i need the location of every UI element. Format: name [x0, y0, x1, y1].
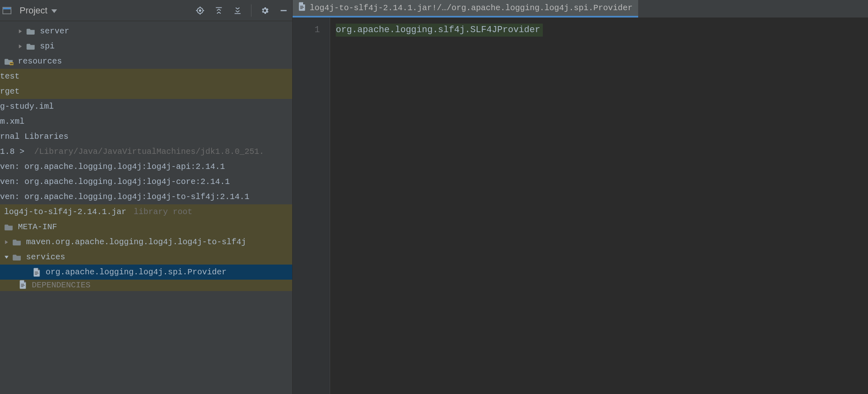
tree-label: ven: org.apache.logging.log4j:log4j-api:… — [0, 162, 225, 171]
resources-folder-icon — [4, 57, 14, 66]
chevron-down-icon — [51, 9, 57, 13]
tree-item[interactable]: server — [0, 24, 292, 39]
svg-rect-20 — [300, 9, 303, 9]
file-icon — [298, 2, 306, 13]
tree-label: test — [0, 72, 20, 81]
tree-path-suffix: /Library/Java/JavaVirtualMachines/jdk1.8… — [24, 147, 264, 156]
tree-item[interactable]: META-INF — [0, 219, 292, 234]
tree-label: maven.org.apache.logging.log4j.log4j-to-… — [26, 237, 246, 247]
chevron-down-icon[interactable] — [4, 255, 9, 260]
tree-label: g-study.iml — [0, 102, 54, 111]
tree-label: ven: org.apache.logging.log4j:log4j-to-s… — [0, 192, 249, 201]
tree-item[interactable]: ven: org.apache.logging.log4j:log4j-api:… — [0, 159, 292, 174]
project-toolbar — [195, 4, 289, 17]
tree-label: m.xml — [0, 117, 24, 126]
tree-annotation: library root — [134, 207, 192, 217]
editor-body: 1 org.apache.logging.slf4j.SLF4JProvider — [293, 18, 868, 394]
svg-rect-11 — [10, 63, 13, 64]
collapse-all-icon[interactable] — [232, 5, 243, 16]
svg-rect-16 — [21, 285, 25, 286]
tree-item[interactable]: ven: org.apache.logging.log4j:log4j-to-s… — [0, 189, 292, 204]
svg-rect-15 — [21, 284, 24, 285]
chevron-right-icon[interactable] — [18, 44, 23, 49]
tree-item[interactable]: m.xml — [0, 114, 292, 129]
project-title: Project — [20, 5, 47, 16]
code-line-1: org.apache.logging.slf4j.SLF4JProvider — [336, 24, 543, 37]
tree-item[interactable]: rnal Libraries — [0, 129, 292, 144]
svg-rect-12 — [35, 271, 38, 272]
tree-item[interactable]: services — [0, 250, 292, 265]
editor-code[interactable]: org.apache.logging.slf4j.SLF4JProvider — [330, 18, 868, 394]
gear-icon[interactable] — [260, 5, 270, 16]
tree-item[interactable]: rget — [0, 84, 292, 99]
tree-label: META-INF — [18, 222, 57, 232]
editor-area: log4j-to-slf4j-2.14.1.jar!/…/org.apache.… — [293, 0, 868, 394]
tab-label: log4j-to-slf4j-2.14.1.jar!/…/org.apache.… — [310, 3, 632, 13]
tree-item[interactable]: test — [0, 69, 292, 84]
toolbar-divider — [251, 4, 251, 17]
tree-item[interactable]: log4j-to-slf4j-2.14.1.jarlibrary root — [0, 204, 292, 219]
project-header: Project — [0, 0, 292, 21]
svg-rect-10 — [10, 63, 13, 63]
editor-gutter: 1 — [293, 18, 330, 394]
svg-rect-18 — [300, 6, 304, 7]
minimize-icon[interactable] — [278, 5, 289, 16]
locate-icon[interactable] — [195, 5, 205, 16]
tree-item-selected[interactable]: org.apache.logging.log4j.spi.Provider — [0, 265, 292, 280]
tree-item[interactable]: spi — [0, 39, 292, 54]
svg-point-1 — [199, 10, 201, 11]
folder-grey-icon — [4, 223, 14, 231]
chevron-right-icon[interactable] — [18, 29, 23, 34]
tree-label: org.apache.logging.log4j.spi.Provider — [46, 267, 227, 277]
tree-label: rget — [0, 87, 20, 96]
line-number: 1 — [293, 24, 330, 37]
tree-item[interactable]: resources — [0, 54, 292, 69]
svg-rect-19 — [300, 7, 304, 8]
folder-grey-icon — [12, 238, 22, 246]
tree-label: DEPENDENCIES — [32, 280, 90, 290]
project-view-selector[interactable]: Project — [2, 5, 57, 16]
svg-rect-17 — [21, 287, 24, 287]
project-tree[interactable]: serverspiresourcestestrgetg-study.imlm.x… — [0, 21, 292, 394]
svg-rect-9 — [10, 62, 13, 65]
tree-label: log4j-to-slf4j-2.14.1.jar — [4, 207, 126, 217]
svg-rect-14 — [35, 274, 37, 275]
tree-label: resources — [18, 57, 62, 66]
tree-label: spi — [40, 42, 55, 51]
chevron-right-icon[interactable] — [4, 240, 9, 245]
svg-rect-13 — [35, 273, 39, 274]
expand-all-icon[interactable] — [214, 5, 224, 16]
tree-label: 1.8 > — [0, 147, 24, 156]
tool-window-icon — [2, 7, 11, 14]
tree-label: services — [26, 252, 65, 262]
tree-item[interactable]: 1.8 > /Library/Java/JavaVirtualMachines/… — [0, 144, 292, 159]
project-tool-window: Project serverspiresourcestestrgetg-stud… — [0, 0, 293, 394]
file-icon — [18, 280, 28, 289]
folder-icon — [26, 27, 36, 35]
folder-icon — [26, 42, 36, 50]
tree-item[interactable]: DEPENDENCIES — [0, 280, 292, 291]
tree-item[interactable]: maven.org.apache.logging.log4j.log4j-to-… — [0, 234, 292, 250]
tree-item[interactable]: ven: org.apache.logging.log4j:log4j-core… — [0, 174, 292, 189]
editor-tabs: log4j-to-slf4j-2.14.1.jar!/…/org.apache.… — [293, 0, 868, 18]
tree-label: server — [40, 26, 69, 36]
editor-tab-active[interactable]: log4j-to-slf4j-2.14.1.jar!/…/org.apache.… — [293, 0, 638, 18]
file-icon — [32, 268, 42, 276]
tree-item[interactable]: g-study.iml — [0, 99, 292, 114]
tree-label: rnal Libraries — [0, 132, 68, 141]
folder-grey-icon — [12, 253, 22, 261]
tree-label: ven: org.apache.logging.log4j:log4j-core… — [0, 177, 230, 186]
